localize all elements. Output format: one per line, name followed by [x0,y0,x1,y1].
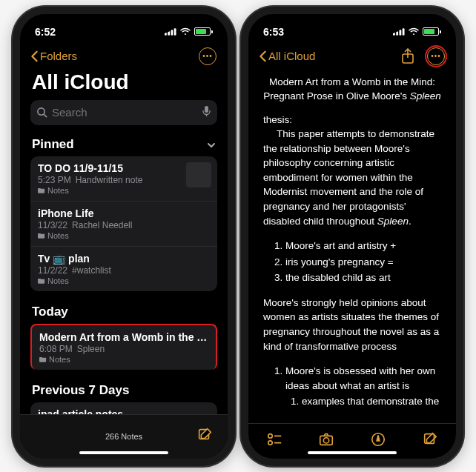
svg-rect-1 [168,31,170,36]
notes-count: 266 Notes [105,432,142,441]
svg-rect-12 [403,28,405,35]
note-thumbnail [186,162,211,187]
more-button[interactable]: ••• [198,47,217,66]
more-button-highlighted[interactable]: ••• [426,47,446,66]
home-indicator[interactable] [308,451,397,454]
prev7-group: ipad article notes Tuesdaysection 1: bra… [30,402,217,414]
back-label: Folders [40,50,77,62]
note-title: ipad article notes [38,408,210,414]
notch [300,14,404,33]
status-time: 6:53 [263,26,284,38]
svg-point-19 [323,438,328,443]
battery-icon [194,27,213,36]
dictate-icon[interactable] [202,105,211,120]
svg-point-16 [268,441,273,445]
phone-right: 6:53 All iCloud ••• [241,7,463,466]
battery-icon [423,27,441,36]
svg-rect-3 [174,28,176,35]
camera-button[interactable] [318,431,334,451]
section-label: Previous 7 Days [32,383,129,398]
section-label: Today [32,305,68,319]
section-header-prev7: Previous 7 Days [30,379,217,402]
back-button[interactable]: All iCloud [259,50,315,62]
search-field[interactable] [30,100,217,125]
search-icon [36,107,47,118]
note-item[interactable]: iPhone Life 11/3/22Rachel Needell Notes [30,202,217,247]
svg-rect-6 [205,106,208,113]
numbered-sublist: examples that demonstrate the [302,394,441,409]
note-title: Modern Art from a Womb in the Mind:… [39,331,208,343]
folder-icon [39,356,47,362]
list-item: Moore's is obsessed with her own ideas a… [285,364,441,409]
list-item: examples that demonstrate the [302,394,441,409]
note-item[interactable]: ipad article notes Tuesdaysection 1: bra… [30,402,217,414]
note-item[interactable]: Tv 📺 plan 11/2/22#watchlist Notes [30,247,217,291]
checklist-button[interactable] [266,431,282,451]
nav-bar: All iCloud ••• [248,44,456,70]
svg-rect-9 [393,33,395,36]
compose-button[interactable] [196,427,213,446]
note-title: TO DO 11/9-11/15 [38,162,210,174]
status-time: 6:52 [35,26,56,38]
back-label: All iCloud [268,50,315,62]
svg-rect-11 [399,30,401,36]
numbered-list-1: Moore's art and artistry + iris young's … [285,239,441,285]
ellipsis-icon: ••• [427,47,445,65]
svg-rect-10 [396,31,398,36]
today-group: Modern Art from a Womb in the Mind:… 6:0… [30,324,217,370]
list-item: Moore's art and artistry + [285,239,441,253]
chevron-down-icon [207,137,216,152]
numbered-list-2: Moore's is obsessed with her own ideas a… [285,364,441,409]
folder-icon [38,277,45,284]
note-item[interactable]: TO DO 11/9-11/15 5:23 PMHandwritten note… [30,156,217,202]
thesis-paragraph: This paper attempts to demonstrate the r… [263,127,441,228]
note-title: Tv 📺 plan [38,253,210,265]
svg-rect-0 [165,33,167,36]
thesis-label: thesis: [263,113,441,127]
paragraph: Moore's strongly held opinions about wom… [263,296,441,353]
wifi-icon [408,27,420,36]
list-item: iris young's pregnancy = [285,255,441,270]
pinned-group: TO DO 11/9-11/15 5:23 PMHandwritten note… [30,156,217,291]
compose-button[interactable] [422,431,438,451]
home-indicator[interactable] [79,451,168,454]
nav-bar: Folders ••• [20,44,228,70]
list-item: the disabled child as art [285,270,441,285]
section-header-today: Today [30,300,217,324]
phone-left: 6:52 Folders ••• All iCloud [13,7,235,466]
section-label: Pinned [32,137,74,152]
ellipsis-icon: ••• [199,47,216,65]
svg-line-5 [44,114,47,117]
section-header-pinned[interactable]: Pinned [30,133,217,156]
note-title: iPhone Life [38,207,210,219]
folder-icon [38,187,45,193]
note-content[interactable]: Modern Art from a Womb in the Mind: Preg… [248,70,456,423]
back-button[interactable]: Folders [30,50,77,62]
markup-button[interactable] [370,431,386,451]
svg-rect-2 [171,30,173,36]
share-button[interactable] [398,47,417,66]
note-item-highlighted[interactable]: Modern Art from a Womb in the Mind:… 6:0… [30,324,217,370]
svg-point-14 [268,434,273,439]
note-heading: Modern Art from a Womb in the Mind: Preg… [263,75,441,104]
notes-list[interactable]: Pinned TO DO 11/9-11/15 5:23 PMHandwritt… [20,133,228,414]
share-icon [401,48,414,64]
search-input[interactable] [52,106,197,119]
svg-point-4 [38,108,44,115]
notch [72,14,176,33]
folder-icon [38,232,45,239]
page-title: All iCloud [20,70,228,100]
wifi-icon [179,27,191,36]
